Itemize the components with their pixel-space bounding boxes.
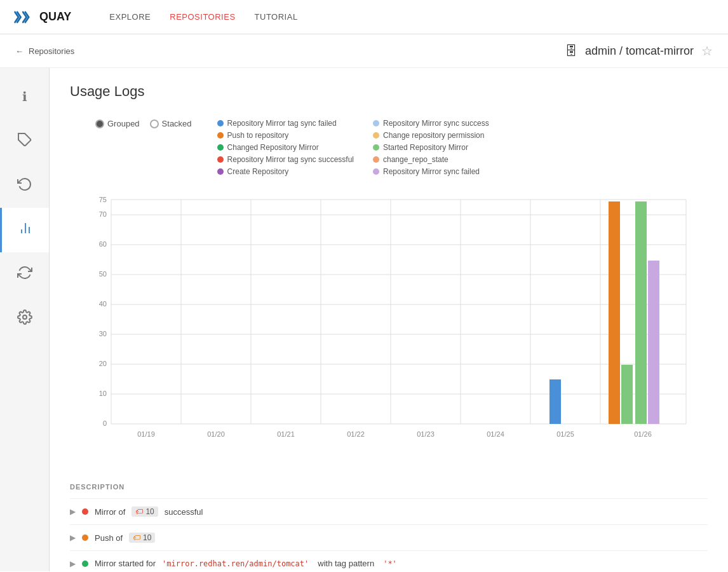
nav-tutorial[interactable]: TUTORIAL	[255, 12, 298, 22]
legend-item-2: Changed Repository Mirror	[217, 143, 354, 152]
svg-text:20: 20	[99, 360, 107, 367]
legend-dot-0	[217, 120, 224, 126]
svg-text:01/19: 01/19	[137, 430, 155, 438]
log-item-0: ▶ Mirror of 🏷 10 successful	[70, 498, 708, 524]
history-icon	[17, 177, 32, 195]
sidebar-item-tags[interactable]	[0, 119, 49, 163]
page-title: Usage Logs	[70, 83, 708, 100]
log-chevron-1[interactable]: ▶	[70, 533, 76, 542]
breadcrumb-bar: ← Repositories 🗄 admin / tomcat-mirror ☆	[0, 34, 728, 68]
description-section: DESCRIPTION ▶ Mirror of 🏷 10 successful …	[70, 483, 708, 571]
svg-text:30: 30	[99, 330, 107, 337]
legend-item-4: Create Repository	[217, 167, 354, 176]
svg-text:01/25: 01/25	[556, 430, 574, 438]
sidebar-item-mirror[interactable]	[0, 252, 49, 297]
logo[interactable]: QUAY	[13, 8, 71, 26]
legend-dot-4	[217, 168, 224, 175]
bar-0126-orange-1	[609, 201, 620, 424]
log-text-before-1: Push of	[95, 533, 123, 543]
svg-text:01/21: 01/21	[277, 430, 295, 438]
log-dot-1	[82, 535, 88, 541]
legend-item-3: Repository Mirror tag sync successful	[217, 155, 354, 164]
legend-dot-3	[217, 156, 224, 163]
main-layout: ℹ	[0, 68, 728, 571]
svg-text:40: 40	[99, 300, 107, 308]
badge-count-1: 10	[143, 533, 151, 542]
legend-item-5: Repository Mirror sync success	[373, 119, 489, 128]
badge-icon-1: 🏷	[133, 533, 140, 542]
top-nav: QUAY EXPLORE REPOSITORIES TUTORIAL	[0, 0, 728, 34]
legend-dot-5	[373, 120, 379, 126]
star-icon[interactable]: ☆	[701, 43, 713, 58]
nav-links: EXPLORE REPOSITORIES TUTORIAL	[109, 12, 297, 22]
log-badge-0: 🏷 10	[131, 507, 158, 517]
svg-text:01/26: 01/26	[634, 430, 652, 438]
svg-text:01/20: 01/20	[207, 430, 225, 438]
stacked-radio[interactable]: Stacked	[150, 119, 192, 128]
bar-0126-lavender	[648, 261, 659, 424]
svg-text:0: 0	[103, 419, 107, 427]
legend-label-4: Create Repository	[227, 167, 289, 176]
nav-repositories[interactable]: REPOSITORIES	[170, 12, 235, 22]
legend-dot-7	[373, 144, 379, 151]
repo-storage-icon: 🗄	[565, 44, 577, 58]
sidebar-item-history[interactable]	[0, 163, 49, 208]
log-text-before-2: Mirror started for	[95, 559, 156, 568]
legend-dot-9	[373, 168, 379, 175]
legend-item-1: Push to repository	[217, 131, 354, 140]
main-content: Usage Logs Grouped Stacked	[50, 68, 728, 571]
legend-label-2: Changed Repository Mirror	[227, 143, 319, 152]
grouped-label: Grouped	[107, 119, 140, 128]
logs-icon	[18, 221, 33, 240]
legend-col-left: Repository Mirror tag sync failed Push t…	[217, 119, 354, 176]
legend-label-6: Change repository permission	[383, 131, 484, 140]
svg-text:70: 70	[99, 210, 107, 218]
breadcrumb-back[interactable]: ← Repositories	[15, 46, 74, 56]
settings-icon	[17, 310, 32, 329]
svg-text:60: 60	[99, 240, 107, 248]
log-dot-2	[82, 561, 88, 567]
sidebar-item-info[interactable]: ℹ	[0, 74, 49, 119]
legend-label-5: Repository Mirror sync success	[383, 119, 489, 128]
grouped-radio[interactable]: Grouped	[95, 119, 140, 128]
svg-text:75: 75	[99, 196, 107, 203]
log-text-before-0: Mirror of	[95, 507, 125, 517]
legend-label-9: Repository Mirror sync failed	[383, 167, 480, 176]
log-badge-1: 🏷 10	[129, 533, 155, 543]
logo-icon	[13, 8, 36, 26]
log-text-mid-2: with tag pattern	[318, 559, 374, 568]
legend-label-3: Repository Mirror tag sync successful	[227, 155, 354, 164]
legend-label-7: Started Repository Mirror	[383, 143, 468, 152]
log-chevron-2[interactable]: ▶	[70, 559, 76, 568]
bar-0126-green-1	[621, 365, 633, 424]
log-chevron-0[interactable]: ▶	[70, 507, 76, 516]
legend-item-0: Repository Mirror tag sync failed	[217, 119, 354, 128]
legend-item-6: Change repository permission	[373, 131, 489, 140]
stacked-radio-dot	[150, 119, 159, 128]
svg-text:01/22: 01/22	[347, 430, 365, 438]
grouped-radio-dot	[95, 119, 104, 128]
chart-svg-wrapper: 0 10 20 30 40 50 60 70 75	[70, 182, 708, 451]
svg-point-4	[23, 315, 27, 319]
svg-text:10: 10	[99, 390, 107, 397]
stacked-label: Stacked	[162, 119, 192, 128]
legend-dot-1	[217, 132, 224, 139]
nav-explore[interactable]: EXPLORE	[109, 12, 151, 22]
svg-text:50: 50	[99, 270, 107, 278]
logo-text: QUAY	[39, 10, 71, 24]
legend-label-8: change_repo_state	[383, 155, 448, 164]
chart-svg: 0 10 20 30 40 50 60 70 75	[76, 182, 699, 449]
description-label: DESCRIPTION	[70, 483, 708, 491]
legend-dot-2	[217, 144, 224, 151]
bar-0125-blue	[549, 379, 561, 424]
sidebar-item-settings[interactable]	[0, 297, 49, 341]
legend-col-right: Repository Mirror sync success Change re…	[373, 119, 489, 176]
legend-item-9: Repository Mirror sync failed	[373, 167, 489, 176]
legend-dot-6	[373, 132, 379, 139]
info-icon: ℹ	[22, 89, 27, 104]
log-code-2: 'mirror.redhat.ren/admin/tomcat'	[162, 559, 309, 568]
legend-label-0: Repository Mirror tag sync failed	[227, 119, 337, 128]
mirror-icon	[17, 265, 32, 284]
badge-icon-0: 🏷	[135, 507, 143, 516]
sidebar-item-logs[interactable]	[0, 208, 49, 252]
